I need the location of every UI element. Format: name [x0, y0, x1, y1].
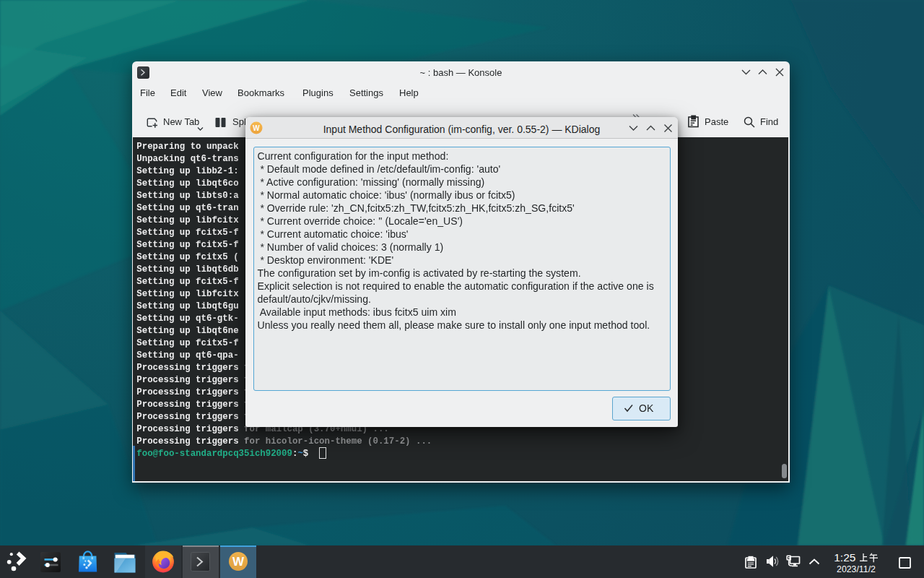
svg-text:W: W: [232, 555, 245, 569]
svg-text:W: W: [253, 124, 260, 132]
